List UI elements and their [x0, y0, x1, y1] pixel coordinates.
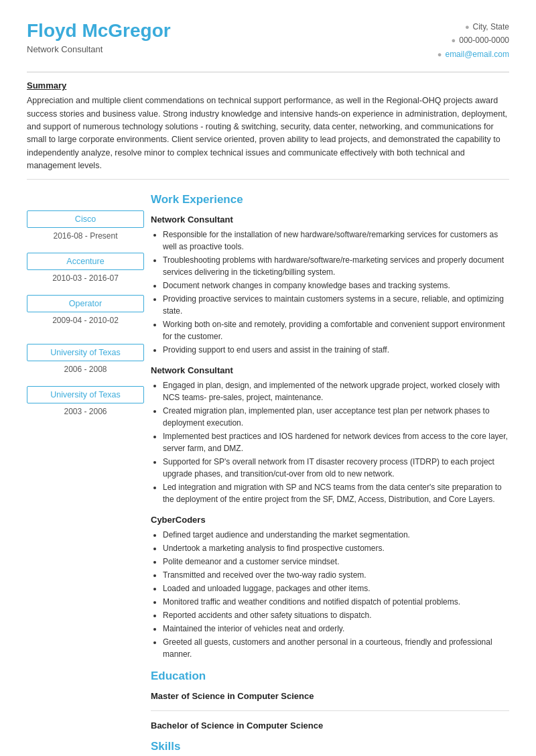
- education-section: Education Master of Science in Computer …: [151, 670, 509, 731]
- work-experience-section: Work Experience Network Consultant Respo…: [151, 193, 509, 660]
- bullet: Polite demeanor and a customer service m…: [163, 556, 509, 568]
- job-bullets-cisco: Responsible for the installation of new …: [151, 229, 509, 356]
- edu-divider: [151, 710, 509, 711]
- bullet: Maintained the interior of vehicles neat…: [163, 623, 509, 635]
- bullet: Reported accidents and other safety situ…: [163, 609, 509, 621]
- job-bullets-operator: Defined target audience and understandin…: [151, 529, 509, 660]
- summary-heading: Summary: [27, 80, 509, 90]
- job-cisco: Network Consultant Responsible for the i…: [151, 214, 509, 356]
- job-title-cisco: Network Consultant: [151, 214, 509, 225]
- left-column: Cisco 2016-08 - Present Accenture 2010-0…: [27, 192, 151, 756]
- bullet: Greeted all guests, customers and anothe…: [163, 636, 509, 660]
- bullet: Providing support to end users and assis…: [163, 344, 509, 356]
- job-operator: CyberCoders Defined target audience and …: [151, 515, 509, 660]
- summary-text: Appreciation and multiple client commend…: [27, 94, 509, 172]
- bullet: Responsible for the installation of new …: [163, 229, 509, 253]
- header-section: Floyd McGregor Network Consultant ● City…: [27, 20, 509, 61]
- edu-date-2: 2003 - 2006: [27, 407, 144, 416]
- work-left-col: Cisco 2016-08 - Present Accenture 2010-0…: [27, 210, 144, 325]
- bullet: Loaded and unloaded luggage, packages an…: [163, 582, 509, 594]
- header-divider: [27, 72, 509, 72]
- skills-section: Skills Team Player Problem Solver: [151, 740, 509, 756]
- date-cisco: 2016-08 - Present: [27, 231, 144, 241]
- company-badge-accenture: Accenture: [27, 253, 144, 270]
- date-accenture: 2010-03 - 2016-07: [27, 273, 144, 283]
- email-link[interactable]: email@email.com: [445, 48, 509, 61]
- bullet: Providing proactive services to maintain…: [163, 293, 509, 317]
- bullet: Led integration and migration with SP an…: [163, 481, 509, 505]
- bullet: Monitored traffic and weather conditions…: [163, 596, 509, 608]
- school-badge-1: University of Texas: [27, 344, 144, 361]
- phone-text: 000-000-0000: [459, 34, 509, 47]
- location-item: ● City, State: [438, 20, 509, 34]
- bullet: Created migration plan, implemented plan…: [163, 405, 509, 429]
- bullet: Troubleshooting problems with hardware/s…: [163, 254, 509, 278]
- bullet: Working both on-site and remotely, provi…: [163, 318, 509, 342]
- summary-section: Summary Appreciation and multiple client…: [27, 80, 509, 180]
- phone-icon: ●: [452, 34, 456, 47]
- email-icon: ●: [438, 48, 442, 61]
- header-right: ● City, State ● 000-000-0000 ● email@ema…: [438, 20, 509, 61]
- phone-item: ● 000-000-0000: [438, 34, 509, 47]
- bullet: Supported for SP's overall network from …: [163, 456, 509, 480]
- work-experience-heading: Work Experience: [151, 193, 509, 206]
- location-text: City, State: [473, 20, 509, 34]
- bullet: Undertook a marketing analysis to find p…: [163, 542, 509, 554]
- edu-left-col: University of Texas 2006 - 2008 Universi…: [27, 344, 144, 416]
- resume-container: Floyd McGregor Network Consultant ● City…: [0, 0, 536, 756]
- job-title-operator: CyberCoders: [151, 515, 509, 525]
- main-content: Cisco 2016-08 - Present Accenture 2010-0…: [27, 192, 509, 756]
- job-title-accenture: Network Consultant: [151, 365, 509, 375]
- date-operator: 2009-04 - 2010-02: [27, 316, 144, 325]
- header-left: Floyd McGregor Network Consultant: [27, 20, 171, 54]
- bullet: Engaged in plan, design, and implemented…: [163, 379, 509, 403]
- bullet: Transmitted and received over the two-wa…: [163, 569, 509, 581]
- job-accenture: Network Consultant Engaged in plan, desi…: [151, 365, 509, 505]
- edu-degree-2: Bachelor of Science in Computer Science: [151, 720, 509, 731]
- email-item: ● email@email.com: [438, 48, 509, 61]
- bullet: Defined target audience and understandin…: [163, 529, 509, 541]
- job-bullets-accenture: Engaged in plan, design, and implemented…: [151, 379, 509, 505]
- location-icon: ●: [465, 21, 470, 34]
- school-badge-2: University of Texas: [27, 386, 144, 403]
- bullet: Document network changes in company know…: [163, 279, 509, 292]
- candidate-title: Network Consultant: [27, 44, 171, 54]
- company-badge-cisco: Cisco: [27, 210, 144, 228]
- candidate-name: Floyd McGregor: [27, 20, 171, 42]
- skills-heading: Skills: [151, 740, 509, 753]
- bullet: Implemented best practices and IOS harde…: [163, 430, 509, 454]
- edu-date-1: 2006 - 2008: [27, 365, 144, 374]
- education-heading: Education: [151, 670, 509, 683]
- edu-degree-1: Master of Science in Computer Science: [151, 691, 509, 701]
- company-badge-operator: Operator: [27, 295, 144, 312]
- right-column: Work Experience Network Consultant Respo…: [151, 192, 509, 756]
